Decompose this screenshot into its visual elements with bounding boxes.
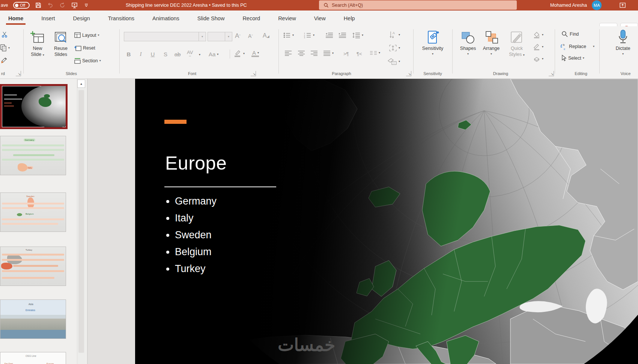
thumbnail-slide-1[interactable]	[0, 84, 68, 129]
italic-button[interactable]: I	[136, 51, 146, 57]
search-input[interactable]: Search (Alt+Q)	[319, 0, 517, 10]
justify-button[interactable]: ▾	[323, 50, 334, 56]
highlight-color-button[interactable]: ▾	[233, 50, 245, 58]
quick-styles-button[interactable]: QuickStyles ▾	[505, 30, 528, 57]
find-button[interactable]: Find	[561, 31, 579, 38]
tab-animations[interactable]: Animations	[152, 15, 180, 21]
copy-button[interactable]: ▾	[0, 44, 10, 52]
bullet-item[interactable]: Germany	[175, 196, 217, 207]
reuse-slides-icon	[54, 31, 68, 45]
tab-view[interactable]: View	[313, 15, 327, 21]
autosave-toggle[interactable]: Off	[13, 2, 30, 9]
change-case-button[interactable]: Aa▾	[209, 51, 218, 57]
align-center-button[interactable]	[298, 50, 305, 56]
drawing-dialog-launcher[interactable]: ↘	[549, 71, 554, 76]
increase-indent-button[interactable]	[338, 32, 346, 38]
shape-outline-button[interactable]: ▾	[533, 44, 543, 50]
bullet-item[interactable]: Italy	[175, 213, 217, 224]
sensitivity-button[interactable]: Sensitivity ▾	[418, 30, 448, 56]
font-name-combo[interactable]: ▾	[124, 32, 206, 41]
slide-title[interactable]: Europe	[165, 152, 227, 174]
scrollbar-up-button[interactable]: ▲	[77, 80, 85, 88]
font-dialog-launcher[interactable]: ↘	[251, 71, 256, 76]
tab-insert[interactable]: Insert	[41, 15, 56, 21]
slide-bullet-list[interactable]: Germany Italy Sweden Belgium Turkey	[167, 196, 217, 280]
font-size-combo[interactable]: ▾	[208, 32, 232, 41]
new-slide-icon	[30, 31, 45, 45]
section-icon	[74, 58, 81, 64]
tab-record[interactable]: Record	[242, 15, 261, 21]
grow-font-button[interactable]: Aˆ	[235, 32, 241, 40]
thumbnail-scrollbar[interactable]: ▲	[77, 79, 86, 364]
slide-editor[interactable]: Europe Germany Italy Sweden Belgium Turk…	[135, 79, 638, 364]
columns-button[interactable]: ▾	[370, 50, 380, 56]
thumbnail-slide-5[interactable]: Asia Emirates	[0, 299, 66, 339]
scrollbar-thumb[interactable]	[78, 90, 84, 353]
numbering-button[interactable]: 123 ▾	[304, 32, 314, 38]
align-left-button[interactable]	[284, 50, 292, 56]
reset-button[interactable]: Reset	[74, 45, 95, 51]
document-title[interactable]: Shipping line service DEC 2022 Aresha • …	[126, 0, 306, 11]
chevron-down-icon: ▾	[43, 53, 44, 57]
thumbnail-slide-4[interactable]: Turkey	[0, 247, 66, 286]
clear-formatting-button[interactable]: A◢	[263, 32, 269, 39]
strikethrough-button[interactable]: ab	[173, 51, 182, 57]
font-color-button[interactable]: A ▾	[252, 50, 259, 56]
customize-qat-chevron-icon[interactable]	[83, 2, 90, 9]
bullet-item[interactable]: Sweden	[175, 230, 217, 241]
format-painter-button[interactable]	[1, 57, 8, 64]
replace-button[interactable]: bc Replace ▾	[560, 43, 594, 50]
tab-help[interactable]: Help	[343, 15, 356, 21]
thumbnail-slide-6[interactable]: OSG Line Far East Europe	[0, 352, 66, 364]
align-right-button[interactable]	[310, 50, 318, 56]
save-icon[interactable]	[35, 2, 42, 9]
bullets-button[interactable]: ▾	[283, 32, 294, 38]
mini-row	[2, 223, 58, 225]
thumbnail-slide-3[interactable]: Sweden Belgium	[0, 193, 66, 232]
section-button[interactable]: Section ▾	[74, 58, 101, 64]
present-icon[interactable]	[618, 1, 627, 9]
start-slideshow-icon[interactable]	[71, 2, 78, 9]
tab-design[interactable]: Design	[72, 15, 91, 21]
paragraph-dialog-launcher[interactable]: ↘	[406, 71, 411, 76]
shrink-font-button[interactable]: Aˇ	[248, 33, 253, 39]
redo-icon[interactable]	[59, 2, 66, 9]
tab-transitions[interactable]: Transitions	[107, 15, 135, 21]
clipboard-dialog-launcher[interactable]: ↘	[16, 71, 21, 76]
decrease-indent-button[interactable]	[325, 32, 333, 38]
accent-bar[interactable]	[164, 120, 187, 124]
line-spacing-button[interactable]: ▾	[352, 32, 363, 38]
account-name[interactable]: Mohamed Aresha	[534, 0, 587, 11]
select-button[interactable]: Select ▾	[561, 55, 584, 62]
right-to-left-button[interactable]: ¶<	[357, 51, 362, 57]
editing-group-label: Editing	[575, 71, 587, 76]
bold-button[interactable]: B	[124, 51, 134, 57]
mini-europe-green	[44, 94, 50, 98]
new-slide-button[interactable]: NewSlide ▾	[27, 31, 48, 57]
shape-fill-button[interactable]: ▾	[533, 32, 543, 38]
bullet-item[interactable]: Turkey	[175, 263, 217, 274]
tab-home[interactable]: Home	[8, 15, 24, 21]
cut-button[interactable]	[2, 32, 8, 38]
shapes-button[interactable]: Shapes ▾	[457, 30, 479, 56]
character-spacing-button[interactable]: AV ↔	[187, 50, 193, 57]
title-bar: ave Off Shipping line service DEC 2022 A…	[0, 0, 638, 11]
avatar[interactable]: MA	[592, 0, 602, 10]
dictate-button[interactable]: Dictate ▾	[611, 29, 635, 56]
chevron-down-icon[interactable]: ▾	[199, 53, 200, 56]
text-direction-button[interactable]: A ▾	[389, 31, 400, 39]
shape-effects-button[interactable]: ▾	[533, 56, 543, 62]
underline-button[interactable]: U	[148, 51, 158, 57]
tab-slide-show[interactable]: Slide Show	[197, 15, 226, 21]
thumbnail-slide-2[interactable]: Germany Italy	[0, 136, 66, 175]
tab-review[interactable]: Review	[277, 15, 297, 21]
text-shadow-button[interactable]: S	[161, 51, 170, 57]
layout-button[interactable]: Layout ▾	[74, 32, 99, 38]
left-to-right-button[interactable]: >¶	[343, 51, 349, 57]
undo-icon[interactable]	[47, 2, 54, 9]
align-text-button[interactable]: ▾	[389, 44, 400, 52]
convert-to-smartart-button[interactable]: ▾	[387, 58, 400, 65]
bullet-item[interactable]: Belgium	[175, 247, 217, 257]
arrange-button[interactable]: Arrange ▾	[480, 30, 502, 56]
reuse-slides-button[interactable]: ReuseSlides	[50, 31, 71, 57]
